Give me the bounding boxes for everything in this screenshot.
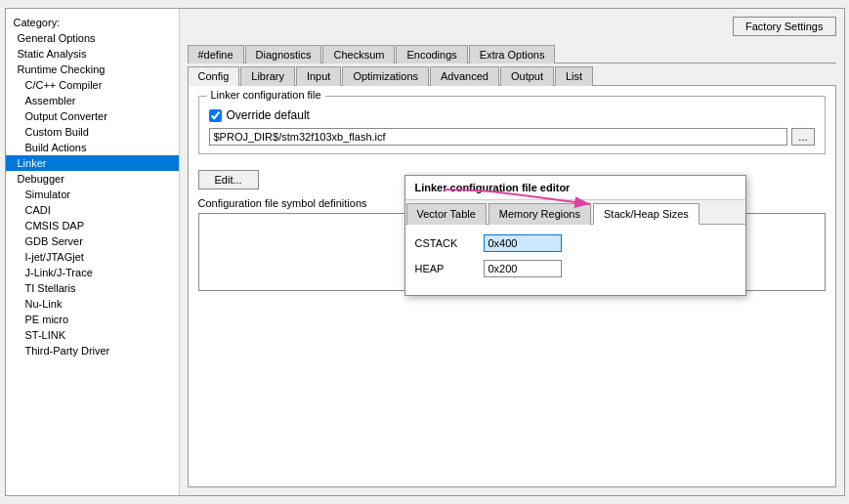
sidebar-item-pe-micro[interactable]: PE micro [6, 312, 179, 327]
sidebar-item-third-party-driver[interactable]: Third-Party Driver [6, 343, 179, 358]
sidebar-item-static-analysis[interactable]: Static Analysis [6, 46, 179, 62]
sidebar-item-output-converter[interactable]: Output Converter [6, 108, 179, 124]
tab-checksum[interactable]: Checksum [322, 45, 395, 63]
tab-extra-options[interactable]: Extra Options [469, 45, 556, 63]
sidebar-item-cadi[interactable]: CADI [6, 202, 179, 218]
sidebar-item-simulator[interactable]: Simulator [6, 187, 179, 202]
popup-row-heap: HEAP [415, 260, 736, 277]
linker-config-section: Linker configuration file Override defau… [198, 96, 826, 154]
dialog-body: Category: General OptionsStatic Analysis… [6, 9, 844, 495]
tab-advanced[interactable]: Advanced [430, 66, 499, 86]
sidebar-item-build-actions[interactable]: Build Actions [6, 140, 179, 155]
popup-tab-vector-table[interactable]: Vector Table [406, 203, 487, 225]
tab-row-1: #defineDiagnosticsChecksumEncodingsExtra… [188, 44, 836, 63]
sidebar-item-custom-build[interactable]: Custom Build [6, 124, 179, 140]
popup-title: Linker configuration file editor [405, 176, 745, 200]
popup-row-input-cstack[interactable] [484, 234, 562, 252]
sidebar: Category: General OptionsStatic Analysis… [6, 9, 180, 495]
tab-#define[interactable]: #define [188, 45, 244, 63]
category-label: Category: [6, 13, 179, 30]
popup-tab-memory-regions[interactable]: Memory Regions [488, 203, 591, 225]
tab-output[interactable]: Output [500, 66, 554, 86]
popup-tab-stack/heap-sizes[interactable]: Stack/Heap Sizes [593, 203, 700, 225]
sidebar-item-linker[interactable]: Linker [6, 155, 179, 171]
edit-button[interactable]: Edit... [198, 170, 259, 189]
main-dialog: Category: General OptionsStatic Analysis… [5, 8, 845, 496]
factory-settings-button[interactable]: Factory Settings [733, 17, 835, 36]
tab-input[interactable]: Input [296, 66, 341, 86]
file-input-row: ... [209, 128, 815, 146]
browse-button[interactable]: ... [791, 128, 814, 146]
popup-row-input-heap[interactable] [484, 260, 562, 277]
tab-list[interactable]: List [555, 66, 593, 86]
file-path-input[interactable] [209, 128, 788, 146]
sidebar-item-cmsis-dap[interactable]: CMSIS DAP [6, 218, 179, 233]
popup-row-label-heap: HEAP [415, 263, 484, 274]
popup-editor: Linker configuration file editor Vector … [404, 175, 746, 296]
sidebar-item-j-linkj-trace[interactable]: J-Link/J-Trace [6, 265, 179, 280]
section-title: Linker configuration file [207, 89, 325, 101]
tab-config[interactable]: Config [188, 66, 240, 86]
override-label: Override default [227, 108, 310, 122]
sidebar-item-ti-stellaris[interactable]: TI Stellaris [6, 280, 179, 296]
sidebar-item-nu-link[interactable]: Nu-Link [6, 296, 179, 312]
sidebar-item-assembler[interactable]: Assembler [6, 93, 179, 108]
factory-settings-row: Factory Settings [188, 17, 836, 36]
override-checkbox[interactable] [209, 109, 222, 122]
popup-tab-row: Vector TableMemory RegionsStack/Heap Siz… [405, 200, 745, 225]
tab-optimizations[interactable]: Optimizations [342, 66, 429, 86]
sidebar-item-general-options[interactable]: General Options [6, 30, 179, 46]
tab-row-2: ConfigLibraryInputOptimizationsAdvancedO… [188, 65, 836, 86]
popup-row-label-cstack: CSTACK [415, 237, 484, 249]
sidebar-item-st-link[interactable]: ST-LINK [6, 327, 179, 343]
popup-row-cstack: CSTACK [415, 234, 736, 252]
tab-encodings[interactable]: Encodings [396, 45, 467, 63]
sidebar-item-gdb-server[interactable]: GDB Server [6, 233, 179, 249]
tab-diagnostics[interactable]: Diagnostics [245, 45, 322, 63]
tab-library[interactable]: Library [240, 66, 295, 86]
sidebar-item-debugger[interactable]: Debugger [6, 171, 179, 187]
sidebar-item-runtime-checking[interactable]: Runtime Checking [6, 62, 179, 77]
sidebar-item-i-jetjtagjet[interactable]: I-jet/JTAGjet [6, 249, 179, 265]
popup-content: CSTACKHEAP [405, 225, 745, 295]
sidebar-item-cc-compiler[interactable]: C/C++ Compiler [6, 77, 179, 93]
override-row: Override default [209, 108, 815, 122]
main-content: Factory Settings #defineDiagnosticsCheck… [180, 9, 844, 495]
